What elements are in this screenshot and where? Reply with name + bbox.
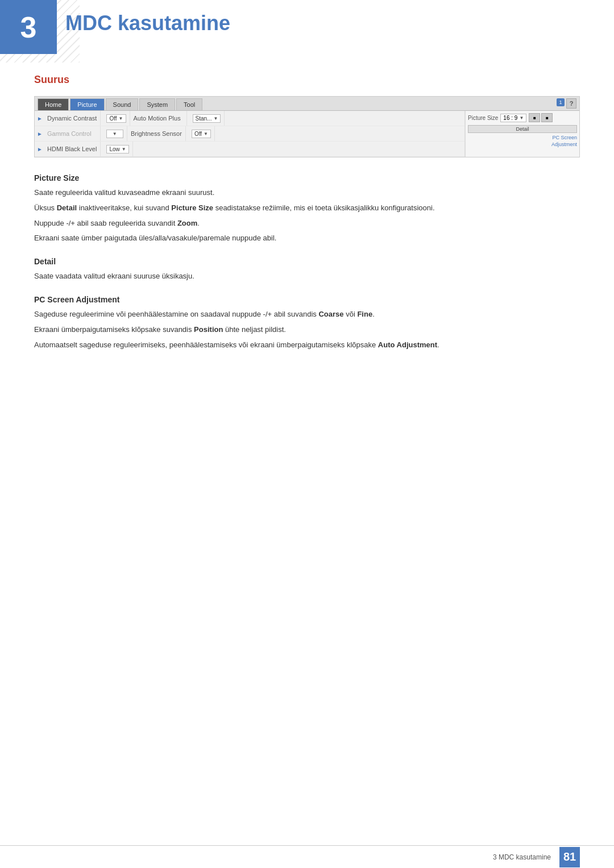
chapter-number: 3 [20,10,37,44]
pc-screen-para-1: Sageduse reguleerimine või peenhäälestam… [34,309,580,321]
tab-system[interactable]: System [139,98,175,110]
picture-size-para-3: Nuppude -/+ abil saab reguleerida suvand… [34,218,580,230]
picture-size-para-2: Üksus Detail inaktiveeritakse, kui suvan… [34,202,580,214]
row3-label1: HDMI Black Level [44,142,101,156]
pc-screen-section: PC Screen Adjustment Sageduse reguleerim… [34,295,580,351]
ui-left-panel: ► Dynamic Contrast Off ▼ Auto Motion Plu… [35,111,465,157]
header-stripe: 3 MDC kasutamine [0,0,614,63]
detail-button[interactable]: Detail [468,125,577,133]
badge-number: 1 [557,98,565,106]
tab-tool[interactable]: Tool [176,98,202,110]
tab-picture[interactable]: Picture [70,98,104,110]
footer-text: 3 MDC kasutamine [493,853,551,861]
ui-row-2: ► Gamma Control ▼ Brightness Sensor Off … [35,126,464,142]
detail-para-1: Saate vaadata valitud ekraani suuruse ük… [34,271,580,283]
picture-size-label: Picture Size [468,115,498,121]
chapter-block: 3 [0,0,57,54]
row1-label2: Auto Motion Plus [130,111,187,126]
picture-size-value: 16 : 9 ▼ [500,114,526,122]
row-arrow-1: ► [35,115,44,122]
ui-row-3: ► HDMI Black Level Low ▼ [35,142,464,157]
ui-row-1: ► Dynamic Contrast Off ▼ Auto Motion Plu… [35,111,464,126]
row1-dropdown2[interactable]: Stan... ▼ [187,111,225,126]
picture-size-para-4: Ekraani saate ümber paigutada üles/alla/… [34,232,580,244]
pc-screen-para-3: Automaatselt sageduse reguleerimiseks, p… [34,339,580,351]
pc-screen-label: PC ScreenAdjustment [468,135,577,148]
row2-dropdown1[interactable]: ▼ [101,126,127,141]
row3-dropdown1[interactable]: Low ▼ [101,142,132,156]
question-mark-icon[interactable]: ? [566,98,576,109]
picture-size-title: Picture Size [34,173,580,182]
row2-label2: Brightness Sensor [127,126,186,141]
row-arrow-2: ► [35,131,44,137]
ui-right-panel: Picture Size 16 : 9 ▼ ■ ■ Detail PC Scre… [466,111,579,157]
right-btn-2[interactable]: ■ [541,113,553,122]
right-buttons: ■ ■ [529,113,553,122]
footer-page-number: 81 [559,847,580,867]
detail-section: Detail Saate vaadata valitud ekraani suu… [34,257,580,283]
ui-content: ► Dynamic Contrast Off ▼ Auto Motion Plu… [35,111,579,157]
tab-home[interactable]: Home [38,98,69,110]
picture-size-para-1: Saate reguleerida valitud kuvaseadme ekr… [34,187,580,199]
row-arrow-3: ► [35,146,44,152]
ui-screenshot: Home Picture Sound System Tool 1 ? ► Dyn… [34,96,580,157]
pc-screen-para-2: Ekraani ümberpaigutamiseks klõpsake suva… [34,324,580,336]
ui-tabs: Home Picture Sound System Tool 1 ? [35,97,579,111]
row2-label1: Gamma Control [44,126,101,141]
chapter-title: MDC kasutamine [65,11,230,35]
footer: 3 MDC kasutamine 81 [0,845,614,868]
section-title: Suurus [34,74,580,86]
row1-dropdown1[interactable]: Off ▼ [101,111,130,126]
row2-dropdown2[interactable]: Off ▼ [186,126,215,141]
right-top: Picture Size 16 : 9 ▼ ■ ■ [468,113,577,122]
picture-size-section: Picture Size Saate reguleerida valitud k… [34,173,580,244]
detail-title: Detail [34,257,580,266]
right-btn-1[interactable]: ■ [529,113,540,122]
main-content: Suurus Home Picture Sound System Tool 1 … [34,74,580,363]
tab-sound[interactable]: Sound [106,98,139,110]
row1-label1: Dynamic Contrast [44,111,101,126]
pc-screen-title: PC Screen Adjustment [34,295,580,304]
